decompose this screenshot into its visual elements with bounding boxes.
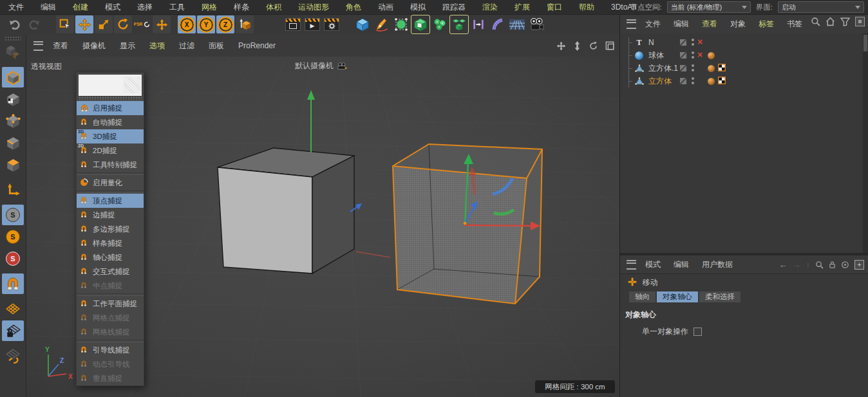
scale-tool-button[interactable] — [95, 15, 113, 33]
om-menu-view[interactable]: 查看 — [695, 19, 724, 30]
floor-button[interactable] — [508, 15, 526, 33]
snap-popup-grip[interactable] — [79, 97, 142, 100]
redo-button[interactable] — [25, 15, 43, 33]
object-list[interactable]: T N × 球体 × — [620, 33, 863, 253]
snap-item-polygon-snap[interactable]: 多边形捕捉 — [77, 222, 144, 236]
perspective-viewport[interactable]: 查看 摄像机 显示 选项 过滤 面板 ProRender — [26, 35, 619, 397]
texture-mode-button[interactable] — [2, 89, 24, 109]
object-name[interactable]: N — [648, 38, 654, 47]
menu-item-mesh[interactable]: 网格 — [193, 2, 225, 13]
node-space-select[interactable]: 当前 (标准/物理) — [667, 1, 751, 13]
spline-pen-button[interactable] — [373, 15, 391, 33]
convert-editable-button[interactable] — [2, 42, 24, 62]
menu-item-mograph[interactable]: 运动图形 — [290, 2, 337, 13]
point-mode-button[interactable] — [2, 111, 24, 131]
track-selection-icon[interactable] — [841, 261, 849, 269]
layer-toggle[interactable] — [680, 52, 686, 59]
zoom-view-icon[interactable] — [573, 41, 581, 51]
subdivision-surface-button[interactable] — [392, 15, 410, 33]
object-name[interactable]: 球体 — [648, 50, 664, 61]
snap-item-interactive-snap[interactable]: 交互式捕捉 — [77, 264, 144, 279]
cube-object-left[interactable] — [218, 148, 354, 273]
om-menu-tags[interactable]: 标签 — [752, 19, 780, 30]
snap-item-tool-snap[interactable]: 工具特别捕捉 — [77, 158, 144, 172]
vp-menu-filter[interactable]: 过滤 — [172, 41, 202, 51]
menu-item-file[interactable]: 文件 — [0, 2, 32, 13]
snap-item-edge-snap[interactable]: 边捕捉 — [77, 208, 144, 222]
om-menu-edit[interactable]: 编辑 — [667, 19, 695, 30]
visibility-dots[interactable] — [692, 51, 694, 54]
enable-cross-icon[interactable]: × — [697, 37, 703, 48]
tab-object-axis[interactable]: 对象轴心 — [657, 291, 698, 302]
object-name[interactable]: 立方体.1 — [648, 63, 678, 74]
tab-soft-selection[interactable]: 柔和选择 — [699, 291, 741, 302]
scrollbar-thumb[interactable] — [863, 35, 867, 51]
visibility-dots[interactable] — [692, 77, 694, 80]
primitive-cube-button[interactable] — [354, 15, 372, 33]
attr-menu-userdata[interactable]: 用户数据 — [695, 259, 739, 270]
menu-item-help[interactable]: 帮助 — [571, 2, 603, 13]
object-row-n[interactable]: T N × — [620, 36, 863, 49]
rotate-tool-button[interactable] — [114, 15, 132, 33]
snap-item-spline-snap[interactable]: 样条捕捉 — [77, 236, 144, 250]
rotate-view-icon[interactable] — [589, 41, 598, 51]
cloner-button[interactable] — [431, 15, 449, 33]
layer-browser-icon[interactable] — [855, 17, 865, 26]
layer-toggle[interactable] — [680, 78, 686, 84]
render-view-button[interactable] — [284, 15, 302, 33]
snap-item-guide-snap[interactable]: 引导线捕捉 — [77, 343, 144, 357]
object-row-cube1[interactable]: 立方体.1 — [620, 62, 863, 75]
axis-mode-button[interactable] — [2, 180, 24, 200]
parent-up-icon[interactable]: ↑ — [806, 260, 811, 270]
vp-menu-panel[interactable]: 面板 — [202, 41, 231, 51]
snap-item-2d-snap[interactable]: 2D 2D捕捉 — [77, 143, 144, 158]
attr-menu-mode[interactable]: 模式 — [639, 259, 667, 270]
om-menu-file[interactable]: 文件 — [639, 19, 667, 30]
phong-tag[interactable] — [708, 52, 715, 59]
snap-item-enable-snap[interactable]: 启用捕捉 — [77, 101, 144, 115]
menu-item-create[interactable]: 创建 — [64, 2, 97, 13]
palette-grip[interactable] — [5, 36, 21, 41]
camera-name-label[interactable]: 默认摄像机 — [295, 60, 347, 71]
maximize-view-icon[interactable] — [605, 41, 614, 50]
snap-item-perpendicular-snap[interactable]: 垂直捕捉 — [77, 371, 144, 385]
planar-workplane-button[interactable] — [2, 346, 24, 366]
undo-button[interactable] — [6, 15, 24, 33]
home-icon[interactable] — [826, 17, 835, 26]
coordinate-system-button[interactable] — [236, 15, 254, 33]
visibility-dots[interactable] — [692, 39, 694, 41]
filter-icon[interactable] — [840, 17, 850, 26]
uvw-tag[interactable] — [718, 64, 726, 73]
menu-item-volume[interactable]: 体积 — [258, 2, 290, 13]
workplane-button[interactable] — [2, 299, 24, 319]
field-button[interactable] — [469, 15, 487, 33]
solo-single-button[interactable]: S — [2, 226, 24, 247]
psr-history-button[interactable]: PSR — [133, 15, 151, 33]
render-settings-button[interactable] — [323, 15, 341, 33]
viewport-hamburger-icon[interactable] — [33, 41, 43, 51]
menu-item-character[interactable]: 角色 — [337, 2, 370, 13]
gizmo-x-axis[interactable] — [465, 225, 532, 226]
object-name-selected[interactable]: 立方体 — [648, 76, 672, 87]
phong-tag[interactable] — [708, 65, 715, 72]
vp-menu-options[interactable]: 选项 — [142, 41, 172, 51]
lock-z-axis-button[interactable]: Z — [216, 15, 234, 33]
object-list-scrollbar[interactable] — [863, 33, 868, 253]
phong-tag[interactable] — [708, 78, 715, 85]
snap-popup-header[interactable] — [79, 75, 142, 96]
new-panel-icon[interactable]: + — [854, 260, 864, 270]
object-manager-hamburger-icon[interactable] — [627, 19, 636, 29]
attr-menu-edit[interactable]: 编辑 — [667, 259, 695, 270]
vp-menu-display[interactable]: 显示 — [113, 41, 142, 51]
snap-item-workplane-snap[interactable]: 工作平面捕捉 — [77, 297, 144, 311]
search-icon[interactable] — [811, 17, 820, 26]
lock-workplane-button[interactable] — [2, 320, 24, 341]
solo-off-button[interactable]: S — [2, 205, 24, 225]
interface-select[interactable]: 启动 — [778, 1, 864, 13]
polygon-mode-button[interactable] — [2, 154, 24, 175]
om-menu-objects[interactable]: 对象 — [724, 19, 752, 30]
edge-mode-button[interactable] — [2, 133, 24, 153]
menu-item-animate[interactable]: 动画 — [370, 2, 402, 13]
om-menu-bookmarks[interactable]: 书签 — [780, 19, 809, 30]
vp-menu-view[interactable]: 查看 — [46, 41, 75, 51]
